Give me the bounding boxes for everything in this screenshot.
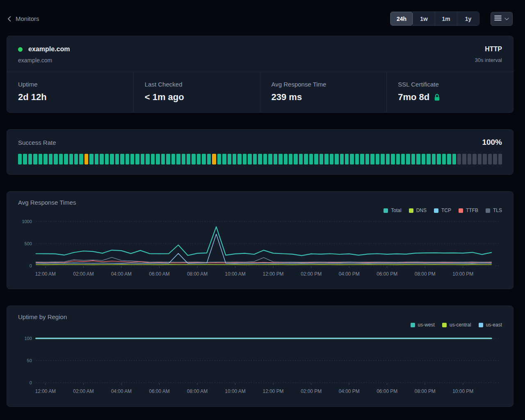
success-tick [335,154,338,164]
svg-text:06:00 AM: 06:00 AM [149,271,169,277]
success-tick [100,154,103,164]
uptime-region-card: Uptime by Region us-westus-centralus-eas… [7,306,514,407]
success-tick [411,154,415,164]
svg-text:04:00 AM: 04:00 AM [111,271,132,277]
success-tick [171,154,175,164]
success-tick [166,154,170,164]
legend-swatch [442,323,447,327]
page: Monitors 24h1w1m1y example.com example.c… [0,0,525,420]
success-tick [350,154,354,164]
stat-last-checked: Last Checked< 1m ago [133,72,260,112]
range-button-1y[interactable]: 1y [457,12,479,25]
svg-text:04:00 AM: 04:00 AM [111,388,132,394]
success-tick [243,154,247,164]
monitor-header: example.com example.com HTTP 30s interva… [7,36,513,72]
success-tick [126,154,129,164]
svg-text:12:00 AM: 12:00 AM [35,271,56,277]
breadcrumb-monitors[interactable]: Monitors [7,15,39,22]
success-tick [493,154,497,164]
svg-text:50: 50 [27,358,32,363]
stat-uptime: Uptime2d 12h [7,72,133,112]
success-tick [49,154,52,164]
hamburger-icon [494,15,502,22]
success-tick [365,154,369,164]
success-tick [207,154,211,164]
svg-text:0: 0 [30,263,32,268]
success-tick [422,154,425,164]
success-tick [345,154,349,164]
topbar-actions: 24h1w1m1y [390,11,513,26]
svg-text:500: 500 [25,241,32,246]
success-tick [59,154,63,164]
success-tick [54,154,57,164]
success-rate-card: Success Rate 100% [7,129,514,175]
legend-label: us-west [418,322,435,328]
success-tick [39,154,42,164]
legend-label: TLS [493,208,502,213]
svg-text:10:00 AM: 10:00 AM [225,271,245,277]
legend-item-ttfb[interactable]: TTFB [459,208,478,213]
top-bar: Monitors 24h1w1m1y [7,0,514,36]
stat-value: 239 ms [272,92,376,103]
success-tick [120,154,124,164]
status-dot [18,47,23,52]
success-tick [84,154,88,164]
legend-item-total[interactable]: Total [383,208,401,213]
svg-text:06:00 PM: 06:00 PM [377,271,397,277]
legend-item-us-central[interactable]: us-central [442,322,471,328]
success-tick [442,154,446,164]
success-rate-value: 100% [482,138,502,147]
stat-value: 2d 12h [18,92,122,103]
chevron-down-icon [504,16,509,22]
success-tick [268,154,272,164]
success-tick [217,154,221,164]
stat-avg-response-time: Avg Response Time239 ms [260,72,387,112]
legend-item-tls[interactable]: TLS [486,208,502,213]
legend-label: DNS [416,208,427,213]
success-tick [396,154,400,164]
success-tick [309,154,313,164]
success-tick [212,154,216,164]
range-button-1m[interactable]: 1m [435,12,457,25]
success-tick [452,154,456,164]
uptime-region-legend: us-westus-centralus-east [18,322,502,328]
legend-item-us-east[interactable]: us-east [479,322,502,328]
success-tick [284,154,288,164]
success-tick [69,154,73,164]
success-tick [340,154,344,164]
success-tick [355,154,359,164]
success-tick [274,154,277,164]
success-tick [233,154,236,164]
svg-text:12:00 PM: 12:00 PM [263,271,284,277]
success-tick [299,154,303,164]
legend-item-us-west[interactable]: us-west [411,322,435,328]
svg-text:06:00 PM: 06:00 PM [377,388,397,394]
monitor-name: example.com [28,46,70,53]
success-rate-title: Success Rate [18,139,56,146]
range-button-1w[interactable]: 1w [413,12,435,25]
legend-swatch [383,208,388,213]
success-tick [151,154,155,164]
menu-button[interactable] [491,12,513,26]
range-button-24h[interactable]: 24h [390,12,413,25]
legend-item-dns[interactable]: DNS [409,208,427,213]
success-tick [156,154,160,164]
legend-label: TCP [441,208,451,213]
success-tick [406,154,410,164]
legend-swatch [479,323,483,327]
success-tick [64,154,68,164]
success-tick [294,154,297,164]
svg-text:1000: 1000 [22,219,32,224]
success-tick [197,154,201,164]
legend-item-tcp[interactable]: TCP [434,208,451,213]
success-tick [468,154,471,164]
monitor-identity: example.com example.com [18,46,70,64]
svg-text:10:00 AM: 10:00 AM [225,388,245,394]
response-times-title: Avg Response Times [18,199,502,206]
svg-text:08:00 AM: 08:00 AM [187,388,208,394]
success-tick [228,154,231,164]
legend-swatch [434,208,438,213]
monitor-protocol: HTTP [475,46,502,53]
success-tick [370,154,374,164]
lock-icon [434,94,441,101]
